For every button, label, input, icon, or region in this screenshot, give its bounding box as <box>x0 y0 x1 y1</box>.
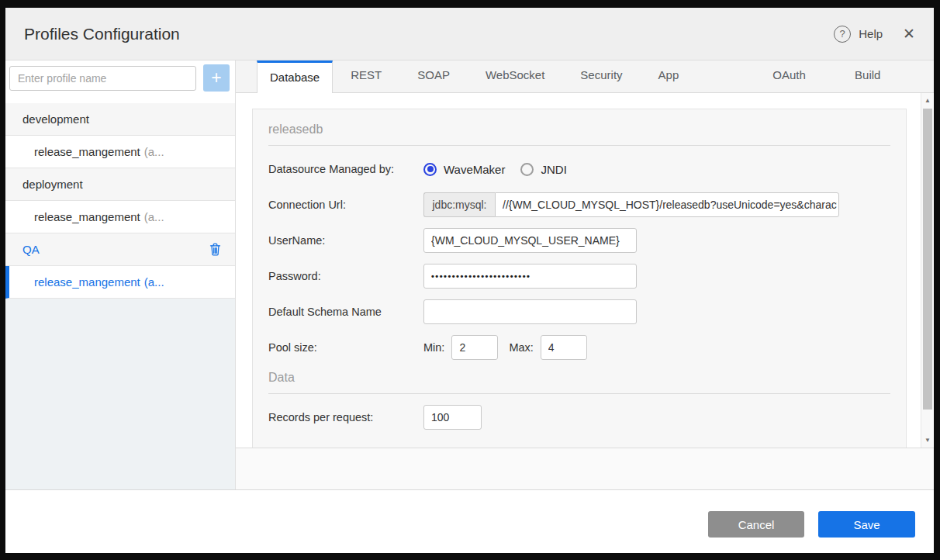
tab-content-viewport: releasedb Datasource Managed by: WaveMak… <box>236 93 921 448</box>
username-row: UserName: <box>268 228 890 253</box>
section-divider <box>268 145 890 146</box>
profile-service-item[interactable]: release_mangement(a... <box>5 136 235 168</box>
tab-rest[interactable]: REST <box>333 60 399 92</box>
profile-group-qa[interactable]: QA <box>5 233 235 266</box>
pool-size-row: Pool size: Min: Max: <box>268 335 890 360</box>
datasource-radio-group: WaveMakerJNDI <box>423 163 567 176</box>
pool-max-label: Max: <box>509 341 533 354</box>
password-row: Password: <box>268 264 890 289</box>
content-footer-band <box>236 448 934 489</box>
radio-option-wavemaker[interactable]: WaveMaker <box>423 163 505 176</box>
profile-search-area: + <box>5 60 235 103</box>
config-tabbar: DatabaseRESTSOAPWebSocketSecurityApp Env… <box>236 60 934 93</box>
pool-min-label: Min: <box>423 341 444 354</box>
profile-service-item[interactable]: release_mangement(a... <box>5 266 235 299</box>
db-section-title: releasedb <box>268 109 890 137</box>
row-label: release_mangement <box>34 145 140 158</box>
tab-soap[interactable]: SOAP <box>399 60 468 92</box>
row-label: release_mangement <box>34 210 140 223</box>
profile-service-item[interactable]: release_mangement(a... <box>5 201 235 233</box>
jdbc-prefix: jdbc:mysql: <box>423 192 495 217</box>
profiles-sidebar: + developmentrelease_mangement(a...deplo… <box>5 60 236 489</box>
save-button[interactable]: Save <box>818 511 915 538</box>
row-label: deployment <box>22 178 83 191</box>
pool-min-input[interactable] <box>451 335 498 360</box>
schema-input[interactable] <box>423 299 637 324</box>
database-config-card: releasedb Datasource Managed by: WaveMak… <box>252 109 907 448</box>
dialog-footer: Cancel Save <box>5 489 934 553</box>
radio-icon[interactable] <box>520 163 534 176</box>
radio-label: WaveMaker <box>444 163 505 176</box>
dialog-header: Profiles Configuration ? Help ✕ <box>5 8 934 60</box>
data-section-title: Data <box>268 360 890 385</box>
row-label-suffix: (a... <box>144 275 164 289</box>
pool-size-label: Pool size: <box>268 341 423 354</box>
scrollbar-thumb[interactable] <box>923 109 932 410</box>
tab-websocket[interactable]: WebSocket <box>468 60 562 92</box>
password-input[interactable] <box>423 264 637 289</box>
row-label: release_mangement <box>34 275 140 289</box>
tab-security[interactable]: Security <box>562 60 640 92</box>
profile-group-development[interactable]: development <box>5 103 235 136</box>
profiles-configuration-dialog: Profiles Configuration ? Help ✕ + develo… <box>5 8 934 553</box>
help-icon[interactable]: ? <box>834 26 851 43</box>
vertical-scrollbar[interactable]: ▲ ▼ <box>921 93 933 448</box>
radio-icon[interactable] <box>423 163 437 176</box>
row-label: development <box>22 112 89 126</box>
section-divider <box>268 393 890 394</box>
datasource-row: Datasource Managed by: WaveMakerJNDI <box>268 157 890 181</box>
tab-build-options[interactable]: Build Options <box>837 60 934 92</box>
profiles-list: developmentrelease_mangement(a...deploym… <box>5 103 235 299</box>
username-input[interactable] <box>423 228 637 253</box>
row-label: QA <box>22 243 40 256</box>
connection-url-row: Connection Url: jdbc:mysql: <box>268 192 890 217</box>
close-icon[interactable]: ✕ <box>903 26 915 41</box>
dialog-title: Profiles Configuration <box>24 25 180 43</box>
datasource-label: Datasource Managed by: <box>268 163 423 175</box>
cancel-button[interactable]: Cancel <box>708 511 804 538</box>
trash-icon[interactable] <box>209 243 221 256</box>
records-row: Records per request: <box>268 405 890 430</box>
schema-label: Default Schema Name <box>268 306 423 318</box>
radio-label: JNDI <box>541 163 566 176</box>
help-label[interactable]: Help <box>859 27 883 40</box>
schema-row: Default Schema Name <box>268 299 890 324</box>
profile-group-deployment[interactable]: deployment <box>5 168 235 201</box>
password-label: Password: <box>268 270 423 282</box>
pool-max-input[interactable] <box>541 335 587 360</box>
radio-option-jndi[interactable]: JNDI <box>520 163 566 176</box>
tab-oauth-2-0[interactable]: OAuth 2.0 <box>755 60 837 92</box>
tab-app-environment[interactable]: App Environment <box>641 60 755 92</box>
scroll-down-icon[interactable]: ▼ <box>921 437 934 444</box>
tab-database[interactable]: Database <box>257 60 333 93</box>
row-label-suffix: (a... <box>144 210 164 223</box>
connection-url-label: Connection Url: <box>268 199 423 211</box>
add-profile-button[interactable]: + <box>203 64 230 92</box>
row-label-suffix: (a... <box>144 145 164 158</box>
records-label: Records per request: <box>268 411 423 423</box>
username-label: UserName: <box>268 234 423 247</box>
profile-name-input[interactable] <box>9 66 196 91</box>
connection-url-input[interactable] <box>495 192 839 217</box>
scroll-up-icon[interactable]: ▲ <box>921 97 934 104</box>
records-input[interactable] <box>423 405 482 430</box>
